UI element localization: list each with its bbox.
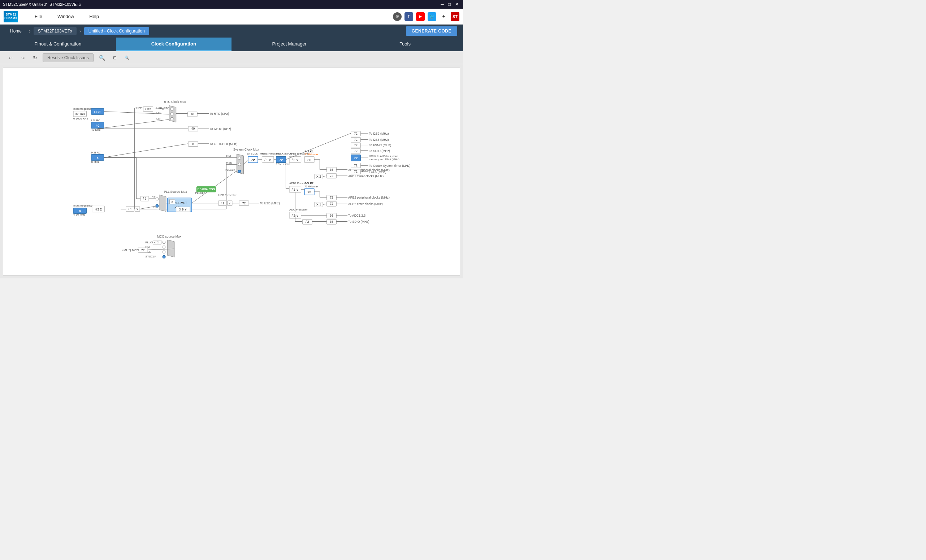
svg-text:HSI RC: HSI RC — [91, 151, 101, 154]
social-icons: ⑩ f ▶ 🐦 ✦ ST — [393, 12, 459, 21]
svg-text:8 MHz: 8 MHz — [91, 161, 99, 164]
svg-text:72 MHz max: 72 MHz max — [304, 185, 318, 188]
undo-button[interactable]: ↩ — [6, 53, 15, 62]
svg-text:/ 128: / 128 — [145, 107, 151, 111]
svg-text:72: 72 — [330, 174, 333, 178]
svg-text:RTC Clock Mux: RTC Clock Mux — [164, 100, 186, 104]
svg-text:To FSMC (MHz): To FSMC (MHz) — [369, 144, 391, 147]
menu-items: File Window Help — [32, 12, 101, 21]
svg-text:HSE_RTC: HSE_RTC — [156, 107, 169, 110]
svg-text:72: 72 — [354, 132, 357, 135]
facebook-icon[interactable]: f — [404, 12, 413, 21]
tab-tools[interactable]: Tools — [347, 38, 463, 51]
clock-canvas[interactable]: Input frequency 32.768 0-1000 KHz LSE LS… — [3, 67, 460, 275]
svg-text:72: 72 — [251, 158, 255, 162]
breadcrumb-sep2: › — [79, 28, 81, 34]
svg-text:/ 1 ∨: / 1 ∨ — [292, 188, 299, 191]
svg-text:72: 72 — [354, 144, 357, 147]
svg-text:40: 40 — [191, 112, 194, 116]
tab-clock[interactable]: Clock Configuration — [116, 38, 232, 51]
svg-text:HSE: HSE — [227, 161, 232, 164]
svg-text:72: 72 — [354, 170, 357, 173]
window-controls: ─ □ ✕ — [439, 2, 460, 7]
resolve-clock-issues-button[interactable]: Resolve Clock Issues — [42, 53, 94, 62]
breadcrumb-bar: Home › STM32F103VETx › Untitled - Clock … — [0, 24, 463, 38]
svg-text:HSI: HSI — [152, 195, 156, 198]
svg-text:LSI: LSI — [156, 117, 161, 120]
svg-text:36 MHz max: 36 MHz max — [304, 153, 318, 155]
menu-window[interactable]: Window — [55, 12, 76, 21]
fit-button[interactable]: ⊡ — [110, 54, 119, 62]
menu-file[interactable]: File — [32, 12, 44, 21]
svg-text:MCO source Mux: MCO source Mux — [157, 235, 182, 238]
svg-point-217 — [162, 241, 165, 244]
svg-text:(MHz) MCO: (MHz) MCO — [123, 248, 139, 252]
refresh-button[interactable]: ↻ — [30, 53, 40, 62]
svg-text:HCLK to AHB bus, core,: HCLK to AHB bus, core, — [369, 154, 398, 158]
st-icon[interactable]: ST — [451, 12, 459, 21]
twitter-icon[interactable]: 🐦 — [428, 12, 436, 21]
svg-text:72: 72 — [242, 201, 246, 205]
svg-text:/ 2: / 2 — [156, 241, 159, 244]
svg-text:To IWDG (KHz): To IWDG (KHz) — [210, 127, 231, 131]
youtube-icon[interactable]: ▶ — [416, 12, 425, 21]
tab-bar: Pinout & Configuration Clock Configurati… — [0, 38, 463, 51]
svg-text:72: 72 — [307, 190, 311, 194]
svg-text:To FLITFCLK (MHz): To FLITFCLK (MHz) — [210, 142, 238, 146]
redo-button[interactable]: ↪ — [18, 53, 27, 62]
svg-text:To I2S3 (MHz): To I2S3 (MHz) — [369, 138, 389, 142]
svg-text:8: 8 — [192, 142, 194, 146]
svg-text:X 1: X 1 — [316, 202, 321, 206]
tab-pinout[interactable]: Pinout & Configuration — [0, 38, 116, 51]
svg-text:APB1 Timer clocks (MHz): APB1 Timer clocks (MHz) — [348, 174, 384, 178]
svg-text:72: 72 — [330, 202, 333, 205]
menu-help[interactable]: Help — [87, 12, 101, 21]
svg-text:LSE: LSE — [156, 111, 162, 115]
svg-text:/ 2: / 2 — [143, 197, 147, 201]
svg-text:FCLK (MHz): FCLK (MHz) — [369, 170, 386, 174]
network-icon[interactable]: ✦ — [439, 12, 448, 21]
svg-text:72: 72 — [354, 138, 357, 142]
breadcrumb-home[interactable]: Home — [6, 27, 26, 35]
community-icon[interactable]: ⑩ — [393, 12, 402, 21]
minimize-button[interactable]: ─ — [439, 2, 445, 7]
svg-text:To ADC1,2,3: To ADC1,2,3 — [348, 214, 366, 217]
svg-text:HSI: HSI — [227, 154, 231, 157]
svg-text:∨: ∨ — [228, 202, 231, 205]
svg-text:72: 72 — [354, 149, 357, 153]
logo: STM32CubeMX — [4, 11, 18, 23]
svg-text:72: 72 — [279, 158, 283, 162]
svg-text:72: 72 — [141, 248, 145, 252]
app-title: STM32CubeMX Untitled*: STM32F103VETx — [3, 2, 81, 6]
svg-text:To RTC (KHz): To RTC (KHz) — [210, 112, 229, 116]
svg-text:APB2 timer clocks (MHz): APB2 timer clocks (MHz) — [348, 202, 383, 206]
svg-marker-216 — [168, 240, 174, 257]
zoom-out-button[interactable]: 🔍 — [122, 54, 132, 61]
svg-text:0-1000 KHz: 0-1000 KHz — [73, 117, 88, 120]
generate-code-button[interactable]: GENERATE CODE — [406, 26, 457, 36]
title-bar: STM32CubeMX Untitled*: STM32F103VETx ─ □… — [0, 0, 463, 9]
svg-text:X 2: X 2 — [316, 175, 321, 178]
breadcrumb-device[interactable]: STM32F103VETx — [33, 27, 77, 35]
tab-project[interactable]: Project Manager — [232, 38, 347, 51]
zoom-in-button[interactable]: 🔍 — [97, 53, 107, 62]
svg-text:/ 1 ∨: / 1 ∨ — [264, 158, 271, 162]
svg-text:36: 36 — [330, 220, 333, 223]
svg-point-37 — [171, 117, 173, 120]
svg-text:LSE: LSE — [94, 110, 101, 114]
svg-text:memory and DMA (MHz): memory and DMA (MHz) — [369, 158, 399, 161]
maximize-button[interactable]: □ — [447, 2, 452, 7]
clock-diagram-svg: Input frequency 32.768 0-1000 KHz LSE LS… — [3, 68, 460, 275]
svg-point-63 — [238, 157, 241, 160]
breadcrumb-sep1: › — [29, 28, 31, 34]
svg-text:PLLCLK: PLLCLK — [225, 168, 236, 172]
svg-point-180 — [156, 198, 159, 201]
svg-text:APB2 peripheral clocks (MHz): APB2 peripheral clocks (MHz) — [348, 196, 390, 199]
svg-text:32.768: 32.768 — [75, 112, 85, 116]
svg-text:USB Prescaler: USB Prescaler — [218, 194, 237, 197]
toolbar: ↩ ↪ ↻ Resolve Clock Issues 🔍 ⊡ 🔍 — [0, 51, 463, 64]
svg-text:ADC Prescaler: ADC Prescaler — [289, 208, 308, 211]
svg-point-225 — [162, 255, 165, 258]
close-button[interactable]: ✕ — [454, 2, 460, 7]
svg-text:SYSCLK: SYSCLK — [145, 255, 156, 258]
